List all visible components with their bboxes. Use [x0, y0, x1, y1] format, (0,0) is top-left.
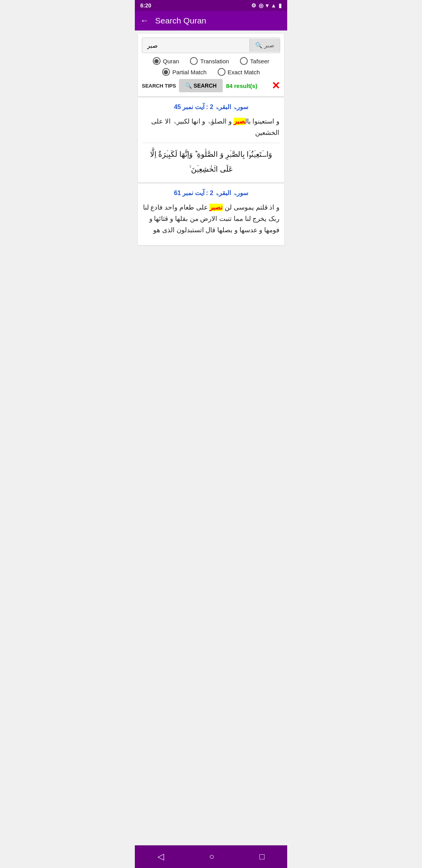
highlight-2: نصبر — [209, 204, 223, 211]
search-button[interactable]: 🔍 SEARCH — [179, 79, 223, 92]
signal-icon: ▲ — [271, 2, 276, 9]
match-radio-group: Partial Match Exact Match — [142, 68, 280, 76]
source-radio-group: Quran Translation Tafseer — [142, 57, 280, 65]
radio-partial[interactable]: Partial Match — [162, 68, 207, 76]
radio-tafseer-circle — [240, 57, 248, 65]
status-bar: 6:20 ⚙ ◎ ▾ ▲ ▮ — [135, 0, 287, 11]
status-icons: ⚙ ◎ ▾ ▲ ▮ — [251, 2, 282, 9]
verse-header-2: سورۃ البقرۃ 2 : آیت نمبر 61 — [143, 189, 279, 197]
status-time: 6:20 — [140, 2, 151, 9]
translation-text-2: و اذ قلتم یموسی لن نصبر علی طعام واحد فا… — [143, 202, 279, 236]
radio-exact-label: Exact Match — [228, 69, 260, 75]
highlight-1: صبر — [234, 118, 245, 125]
result-count: 84 result(s) — [226, 82, 257, 89]
radio-exact-circle — [218, 68, 225, 76]
radio-partial-circle — [162, 68, 170, 76]
clear-button[interactable]: ✕ — [272, 81, 280, 91]
radio-exact[interactable]: Exact Match — [218, 68, 260, 76]
radio-quran-circle — [153, 57, 161, 65]
circle-badge-icon: ◎ — [259, 2, 263, 9]
radio-quran[interactable]: Quran — [153, 57, 179, 65]
result-card-2: سورۃ البقرۃ 2 : آیت نمبر 61 و اذ قلتم یم… — [138, 184, 284, 246]
arabic-hint: صبر — [264, 42, 274, 49]
radio-partial-label: Partial Match — [172, 69, 207, 75]
battery-icon: ▮ — [279, 2, 282, 9]
search-input[interactable] — [142, 38, 249, 53]
search-tips-button[interactable]: SEARCH TIPS — [142, 81, 176, 90]
radio-quran-label: Quran — [163, 58, 179, 65]
translation-text-1: و استعینوا بالصبر و الصلوٰۃ و انھا لکبیر… — [143, 116, 279, 139]
page-title: Search Quran — [155, 16, 206, 25]
top-bar: ← Search Quran — [135, 11, 287, 30]
divider-1 — [143, 143, 279, 143]
arabic-text-1: وَاسۡتَعِيۡنُوۡا بِالصَّبۡرِ وَ الصَّلٰو… — [143, 147, 279, 177]
radio-translation-circle — [190, 57, 198, 65]
settings-icon: ⚙ — [251, 2, 256, 9]
search-icon: 🔍 — [255, 42, 263, 49]
radio-translation[interactable]: Translation — [190, 57, 229, 65]
search-input-row: صبر 🔍 — [142, 38, 280, 53]
radio-tafseer[interactable]: Tafseer — [240, 57, 269, 65]
radio-translation-label: Translation — [200, 58, 229, 65]
result-card-1: سورۃ البقرۃ 2 : آیت نمبر 45 و استعینوا ب… — [138, 98, 284, 182]
action-row: SEARCH TIPS 🔍 SEARCH 84 result(s) ✕ — [142, 79, 280, 92]
search-icon-box: صبر 🔍 — [249, 39, 280, 52]
wifi-icon: ▾ — [266, 2, 268, 9]
verse-header-1: سورۃ البقرۃ 2 : آیت نمبر 45 — [143, 103, 279, 111]
radio-tafseer-label: Tafseer — [250, 58, 269, 65]
search-panel: صبر 🔍 Quran Translation Tafseer Partial … — [138, 34, 284, 96]
back-button[interactable]: ← — [140, 16, 149, 26]
